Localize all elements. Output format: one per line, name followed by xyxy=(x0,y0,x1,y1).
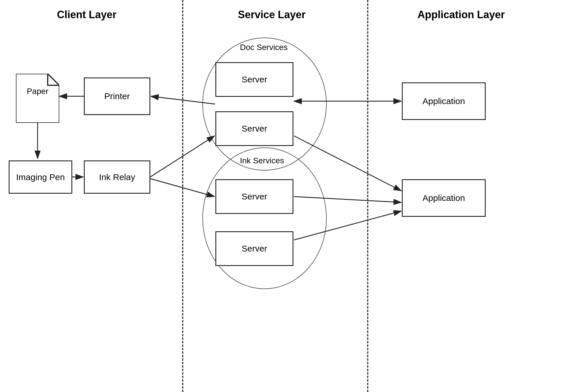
ink-services-label: Ink Services xyxy=(240,156,284,165)
ink-server-1-label: Server xyxy=(242,192,267,201)
ink-server-1-box: Server xyxy=(215,179,293,214)
printer-label: Printer xyxy=(104,91,130,101)
application-layer-header: Application Layer xyxy=(367,9,555,21)
doc-services-label: Doc Services xyxy=(240,43,288,52)
svg-marker-0 xyxy=(16,74,59,123)
printer-box: Printer xyxy=(84,77,150,115)
paper-icon xyxy=(16,74,59,123)
imaging-pen-label: Imaging Pen xyxy=(16,172,65,182)
ink-server-2-box: Server xyxy=(215,231,293,266)
divider-1 xyxy=(182,0,183,392)
doc-server-1-label: Server xyxy=(242,75,267,84)
app-1-label: Application xyxy=(423,96,465,106)
service-layer-header: Service Layer xyxy=(188,9,356,21)
app-2-label: Application xyxy=(423,193,465,203)
doc-server-2-box: Server xyxy=(215,111,293,146)
app-1-box: Application xyxy=(402,82,486,120)
doc-server-1-box: Server xyxy=(215,62,293,97)
app-2-box: Application xyxy=(402,179,486,217)
ink-server-2-label: Server xyxy=(242,244,267,254)
ink-relay-label: Ink Relay xyxy=(99,172,135,182)
doc-server-2-label: Server xyxy=(242,124,267,134)
imaging-pen-box: Imaging Pen xyxy=(9,160,72,194)
ink-relay-box: Ink Relay xyxy=(84,160,150,194)
paper-label: Paper xyxy=(16,87,59,96)
ink-services-ellipse xyxy=(202,147,327,289)
divider-2 xyxy=(367,0,368,392)
diagram: Client Layer Service Layer Application L… xyxy=(0,0,562,392)
client-layer-header: Client Layer xyxy=(14,9,159,21)
